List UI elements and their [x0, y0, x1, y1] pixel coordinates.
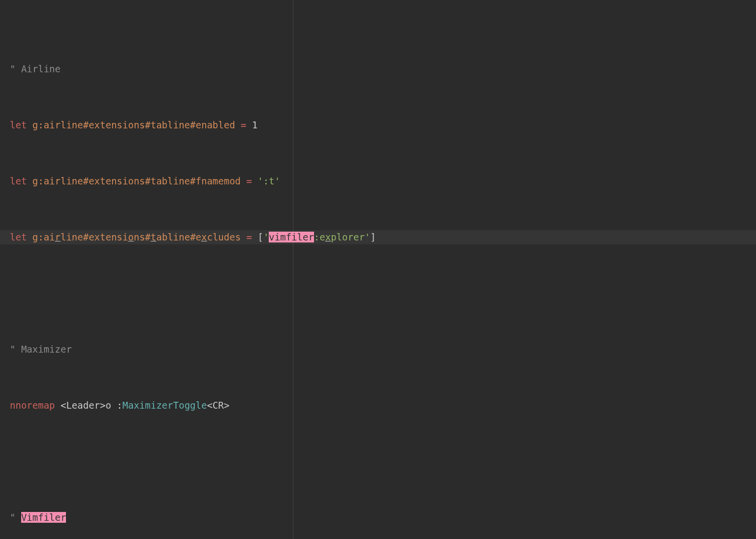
code-line: " Vimfiler: [10, 510, 756, 525]
code-line: " Maximizer: [10, 342, 756, 357]
code-line: let g:airline#extensions#tabline#fnamemo…: [10, 174, 756, 188]
code-line: [10, 454, 756, 469]
code-line: nnoremap <Leader>o :MaximizerToggle<CR>: [10, 398, 756, 413]
code-line-cursor: let g:airline#extensions#tabline#exclude…: [10, 230, 756, 244]
search-hit: Vimfiler: [21, 512, 66, 523]
code-line: " Airline: [10, 62, 756, 76]
search-hit: vimfiler: [269, 232, 314, 242]
code-line: [10, 286, 756, 300]
code-editor[interactable]: " Airline let g:airline#extensions#tabli…: [0, 0, 756, 539]
code-line: let g:airline#extensions#tabline#enabled…: [10, 118, 756, 132]
